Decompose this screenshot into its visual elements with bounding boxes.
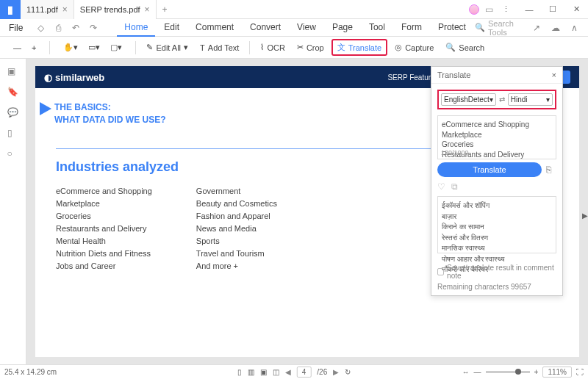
file-menu[interactable]: File xyxy=(3,23,29,33)
page-number-input[interactable]: 4 xyxy=(297,367,312,378)
edit-all-button[interactable]: ✎ Edit All▾ xyxy=(142,40,193,54)
view-two-page-icon[interactable]: ▣ xyxy=(260,368,267,376)
zoom-in-icon[interactable]: + xyxy=(534,368,539,376)
fit-tool-icon[interactable]: ▢▾ xyxy=(106,40,126,54)
ribbon-tab-page[interactable]: Page xyxy=(325,19,360,37)
tab-label: 1111.pdf xyxy=(26,5,58,14)
checkbox-icon xyxy=(437,268,444,275)
tab-serp-trends[interactable]: SERP trends.pdf × xyxy=(74,0,157,19)
target-language-select[interactable]: Hindi▾ xyxy=(508,93,553,106)
tab-1111[interactable]: 1111.pdf × xyxy=(21,0,74,19)
source-language-select[interactable]: EnglishDetect▾ xyxy=(441,93,496,106)
ocr-icon: ⌇ xyxy=(260,43,264,52)
toolbar: — + ✋▾ ▭▾ ▢▾ ✎ Edit All▾ T Add Text ⌇ OC… xyxy=(0,37,588,59)
fit-width-icon[interactable]: ↔ xyxy=(462,368,470,376)
page-total: /26 xyxy=(317,368,327,376)
kebab-icon[interactable]: ⋮ xyxy=(497,2,514,17)
crop-icon: ✂ xyxy=(297,43,304,52)
view-book-icon[interactable]: ◫ xyxy=(273,368,279,376)
translate-action-button[interactable]: Translate xyxy=(437,162,542,177)
search-panel-icon[interactable]: ○ xyxy=(7,148,19,160)
view-continuous-icon[interactable]: ▥ xyxy=(248,368,254,376)
search-icon: 🔍 xyxy=(445,43,456,52)
logo-mark-icon: ◐ xyxy=(44,72,52,83)
ocr-button[interactable]: ⌇ OCR xyxy=(256,40,289,54)
language-selector-row: EnglishDetect▾ ⇄ Hindi▾ xyxy=(437,90,556,109)
camera-icon: ◎ xyxy=(395,43,402,52)
prev-page-icon[interactable]: ◀ xyxy=(285,368,291,376)
page-dimensions: 25.4 x 14.29 cm xyxy=(4,368,57,376)
ribbon-tab-form[interactable]: Form xyxy=(394,19,429,37)
minimize-icon[interactable]: — xyxy=(520,2,538,17)
expand-icon[interactable]: ∧ xyxy=(569,21,581,35)
zoom-out-button[interactable]: — xyxy=(9,41,26,54)
thumbnails-icon[interactable]: ▣ xyxy=(7,66,19,78)
app-logo-icon: ▮ xyxy=(0,0,21,19)
crop-button[interactable]: ✂ Crop xyxy=(293,40,329,54)
basics-heading: THE BASICS: WHAT DATA DID WE USE? xyxy=(54,101,166,126)
print-icon[interactable]: ⎙ xyxy=(51,21,65,35)
document-tabs: 1111.pdf × SERP trends.pdf × + xyxy=(21,0,469,19)
cloud-icon[interactable]: ☁ xyxy=(550,21,562,35)
redo-icon[interactable]: ↷ xyxy=(86,21,101,35)
select-tool-icon[interactable]: ▭▾ xyxy=(84,40,104,54)
add-text-button[interactable]: T Add Text xyxy=(196,41,243,54)
comment-icon[interactable]: 💬 xyxy=(7,107,19,119)
ribbon-tab-home[interactable]: Home xyxy=(117,19,155,37)
ribbon-tab-view[interactable]: View xyxy=(290,19,323,37)
bookmark-icon[interactable]: 🔖 xyxy=(7,87,19,98)
zoom-out-icon[interactable]: — xyxy=(474,368,481,376)
undo-icon[interactable]: ↶ xyxy=(68,21,83,35)
chevron-down-icon: ▾ xyxy=(546,95,550,104)
zoom-slider[interactable] xyxy=(486,371,530,373)
hand-tool-icon[interactable]: ✋▾ xyxy=(59,40,82,54)
arrow-bullet-icon xyxy=(40,102,51,115)
ribbon-tab-edit[interactable]: Edit xyxy=(157,19,187,37)
translate-panel: Translate × EnglishDetect▾ ⇄ Hindi▾ xyxy=(431,66,563,296)
swap-languages-icon[interactable]: ⇄ xyxy=(499,95,505,104)
ribbon-tab-protect[interactable]: Protect xyxy=(431,19,473,37)
share-icon[interactable]: ↗ xyxy=(531,21,542,35)
text-icon: T xyxy=(200,43,205,52)
titlebar: ▮ 1111.pdf × SERP trends.pdf × + ▭ ⋮ — ☐… xyxy=(0,0,588,19)
close-icon[interactable]: × xyxy=(62,4,68,15)
next-page-icon[interactable]: ▶ xyxy=(333,368,339,376)
close-icon[interactable]: × xyxy=(145,4,150,15)
save-comment-checkbox[interactable]: Save translate result in comment note xyxy=(437,264,556,280)
save-icon[interactable]: ◇ xyxy=(33,21,48,35)
char-count: 130/1000 xyxy=(441,149,556,156)
copy-icon[interactable]: ⎘ xyxy=(546,165,556,175)
search-tools-input[interactable]: 🔍 Search Tools xyxy=(475,19,523,37)
attachment-icon[interactable]: ▯ xyxy=(7,128,19,140)
document-viewport[interactable]: ◐ similarweb SERP Feature Trends Every S… xyxy=(26,59,588,364)
scroll-right-icon[interactable]: ▶ xyxy=(582,212,588,220)
translate-icon: 文 xyxy=(337,42,345,53)
close-window-icon[interactable]: ✕ xyxy=(567,2,585,17)
fullscreen-icon[interactable]: ⛶ xyxy=(576,368,584,376)
clipboard-icon[interactable]: ⧉ xyxy=(451,181,458,192)
left-sidebar: ▣ 🔖 💬 ▯ ○ xyxy=(0,59,26,364)
result-text-area[interactable]: ईकॉमर्स और शॉपिंग बाज़ार किराने का सामान… xyxy=(437,196,556,253)
ribbon-tab-convert[interactable]: Convert xyxy=(243,19,288,37)
ribbon-tabs: Home Edit Comment Convert View Page Tool… xyxy=(117,19,473,37)
ribbon-tab-tool[interactable]: Tool xyxy=(362,19,392,37)
main-area: ▣ 🔖 💬 ▯ ○ ◐ similarweb SERP Feature Tren… xyxy=(0,59,588,364)
zoom-level[interactable]: 111% xyxy=(542,367,572,378)
zoom-in-button[interactable]: + xyxy=(27,41,40,54)
add-tab-button[interactable]: + xyxy=(157,0,173,19)
ribbon-tab-comment[interactable]: Comment xyxy=(188,19,241,37)
notification-icon[interactable]: ▭ xyxy=(485,4,491,15)
close-icon[interactable]: × xyxy=(552,71,556,79)
tab-label: SERP trends.pdf xyxy=(80,5,140,14)
search-button[interactable]: 🔍 Search xyxy=(441,40,489,54)
translate-button[interactable]: 文 Translate xyxy=(331,39,387,56)
menubar: File ◇ ⎙ ↶ ↷ Home Edit Comment Convert V… xyxy=(0,19,588,37)
maximize-icon[interactable]: ☐ xyxy=(544,2,562,17)
view-single-icon[interactable]: ▯ xyxy=(237,368,242,376)
chevron-down-icon: ▾ xyxy=(490,95,493,104)
capture-button[interactable]: ◎ Capture xyxy=(390,40,438,54)
rotate-icon[interactable]: ↻ xyxy=(345,368,351,376)
heart-icon[interactable]: ♡ xyxy=(437,181,445,192)
user-avatar-icon[interactable] xyxy=(469,4,479,15)
document-page: ◐ similarweb SERP Feature Trends Every S… xyxy=(35,66,579,357)
